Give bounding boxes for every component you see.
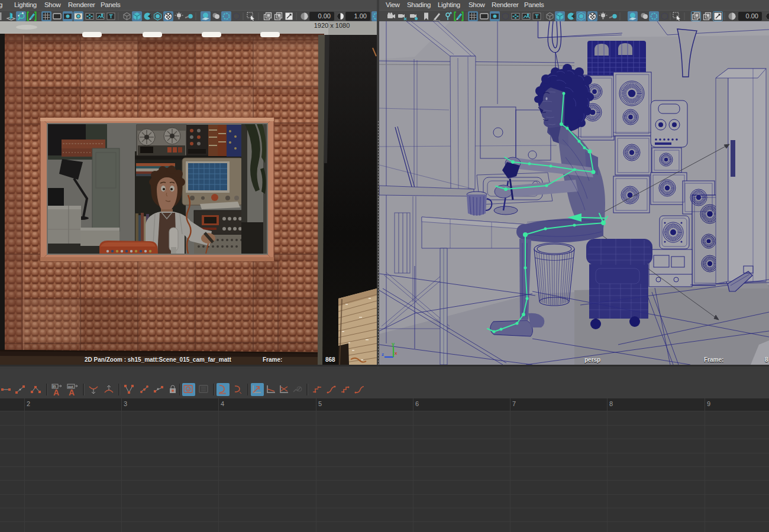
svg-text:z: z — [382, 352, 384, 357]
svg-text:y: y — [392, 341, 395, 347]
svg-text:1920 x 1080: 1920 x 1080 — [314, 22, 350, 29]
svg-text:1.00: 1.00 — [354, 12, 367, 20]
svg-text:A: A — [69, 388, 75, 397]
svg-text:0.00: 0.00 — [318, 12, 331, 20]
svg-text:0.00: 0.00 — [746, 12, 758, 20]
svg-text:A: A — [53, 388, 59, 397]
svg-text:x: x — [395, 351, 398, 356]
